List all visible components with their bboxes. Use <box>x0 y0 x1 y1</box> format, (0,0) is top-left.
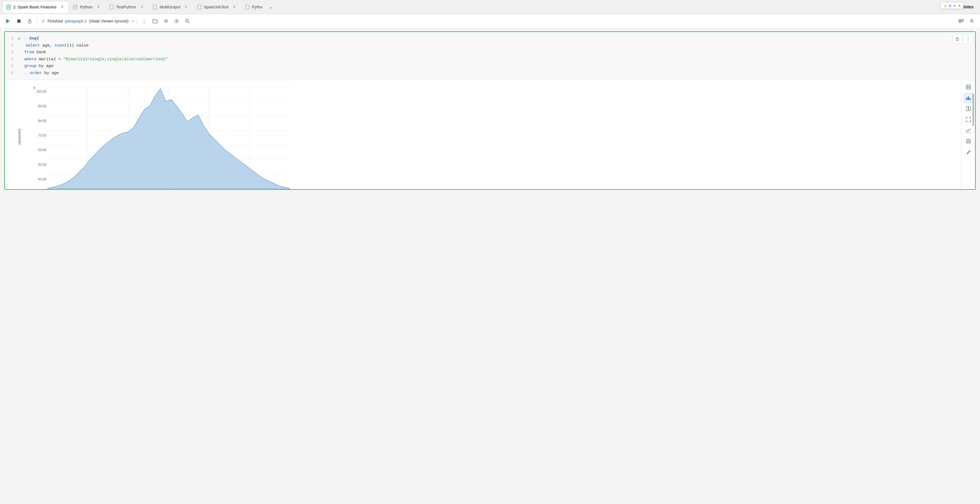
y-axis-title: value(sum) <box>18 129 21 145</box>
line-content-6: □ order by age <box>18 70 975 77</box>
svg-rect-22 <box>959 19 963 20</box>
code-line-6: 6 □ order by age <box>5 70 975 77</box>
settings-button[interactable] <box>172 16 181 26</box>
svg-line-21 <box>188 22 189 23</box>
code-line-1: 1 ↺ □ %sql <box>5 35 975 42</box>
clear-button[interactable] <box>25 16 35 26</box>
svg-point-14 <box>29 21 31 23</box>
svg-rect-44 <box>966 97 967 100</box>
run-button[interactable] <box>3 16 13 26</box>
columns-icon <box>966 106 971 111</box>
code-line-3: 3 from bank <box>5 49 975 56</box>
align-button[interactable] <box>967 16 977 26</box>
tab-python2[interactable]: Pytho <box>241 1 266 13</box>
output-scrollbar[interactable] <box>972 94 974 126</box>
tab-multioutput[interactable]: MultiOutput ✕ <box>149 1 193 13</box>
python2-icon <box>245 5 250 10</box>
svg-point-28 <box>956 38 959 41</box>
expand-icon <box>966 117 971 122</box>
clear-icon <box>27 19 32 24</box>
align-icon <box>970 19 974 23</box>
code-run-button[interactable] <box>953 34 962 44</box>
output-expand-button[interactable] <box>964 115 973 124</box>
svg-rect-10 <box>245 5 249 9</box>
output-settings-button[interactable] <box>964 147 973 157</box>
output-barchart-button[interactable] <box>964 93 973 103</box>
group-by: by <box>39 64 46 69</box>
line-content-4: where marital = "${marital=single,single… <box>18 56 975 63</box>
output-columns-button[interactable] <box>964 104 973 113</box>
directive-text: %sql <box>29 36 39 41</box>
chart-svg <box>47 86 290 189</box>
tab-testpython-label: TestPython <box>116 5 136 9</box>
line-content-2: □ select age, count(1) value <box>18 42 975 49</box>
group-field: age <box>46 64 54 69</box>
python-icon <box>73 5 78 10</box>
stop-button[interactable] <box>14 16 24 26</box>
tab-multioutput-close[interactable]: ✕ <box>184 4 189 10</box>
collapse-box-icon-2: □ <box>20 44 22 48</box>
output-toolbar <box>961 80 975 189</box>
code-more-button[interactable]: ⋮ <box>963 34 973 44</box>
status-arrow: → <box>131 19 135 23</box>
svg-rect-7 <box>110 5 113 9</box>
more-actions-button[interactable]: ⋮ <box>139 16 149 26</box>
linechart-icon <box>966 128 971 133</box>
svg-point-18 <box>176 20 177 22</box>
output-save-button[interactable] <box>964 136 973 146</box>
gear-icon <box>174 19 179 24</box>
svg-line-17 <box>30 19 31 20</box>
code-editor[interactable]: 1 ↺ □ %sql 2 □ select age, count(1) valu… <box>5 32 975 80</box>
run-icon <box>6 19 11 24</box>
line-num-4: 4 <box>5 56 18 63</box>
order-by: by <box>44 71 52 75</box>
layout-button[interactable] <box>956 16 966 26</box>
svg-point-19 <box>175 19 178 23</box>
status-finished-text: Finished <box>48 19 63 23</box>
order-field: age <box>52 71 59 75</box>
select-rest: age, count(1) value <box>42 43 89 48</box>
where-field: marital <box>39 57 56 62</box>
table-icon <box>966 85 971 89</box>
tab-overflow-button[interactable]: ⌄ <box>266 1 275 13</box>
sliders-button[interactable]: ⊟ <box>161 16 171 26</box>
tab-python-close[interactable]: ✕ <box>96 4 101 10</box>
status-paragraph-link[interactable]: paragraph 2 <box>65 19 87 23</box>
folder-button[interactable] <box>150 16 160 26</box>
svg-rect-39 <box>966 85 970 89</box>
collapse-box-icon-6: □ <box>24 72 26 75</box>
line-num-3: 3 <box>5 49 18 56</box>
sparkjobtest-icon <box>197 5 202 10</box>
tab-testpython-close[interactable]: ✕ <box>139 4 145 10</box>
tab-multioutput-label: MultiOutput <box>160 5 180 9</box>
svg-rect-9 <box>197 5 201 9</box>
tab-spark[interactable]: 2. Spark Basic Features ✕ <box>2 1 69 13</box>
svg-line-31 <box>958 38 958 38</box>
svg-rect-51 <box>967 141 970 143</box>
group-kw: group <box>24 64 37 69</box>
toolbar-status: ✓ Finished paragraph 2 (State Viewer syn… <box>41 18 135 24</box>
line-num-5: 5 <box>5 63 18 70</box>
y-label-3: 84.00 <box>38 119 46 123</box>
folder-icon <box>153 19 158 23</box>
svg-rect-23 <box>959 21 963 22</box>
search-button[interactable] <box>183 16 192 26</box>
tab-python[interactable]: Python ✕ <box>69 1 105 13</box>
output-table-button[interactable] <box>964 82 973 92</box>
tab-sparkjobtest-close[interactable]: ✕ <box>232 4 237 10</box>
tab-testpython[interactable]: TestPython ✕ <box>105 1 149 13</box>
svg-rect-12 <box>6 19 7 23</box>
where-kw: where <box>24 57 37 62</box>
line-num-2: 2 <box>5 42 18 49</box>
svg-rect-24 <box>959 22 961 23</box>
code-section: 1 ↺ □ %sql 2 □ select age, count(1) valu… <box>5 32 975 80</box>
tab-spark-close[interactable]: ✕ <box>60 4 65 10</box>
order-kw: order <box>30 71 42 75</box>
from-kw: from <box>24 50 34 54</box>
output-linechart-button[interactable] <box>964 126 973 135</box>
status-detail-text: (State Viewer synced) <box>89 19 129 23</box>
svg-rect-47 <box>966 107 968 111</box>
tab-sparkjobtest[interactable]: SparkJobTest ✕ <box>193 1 241 13</box>
line-content-5: group by age <box>18 63 975 70</box>
svg-rect-45 <box>968 97 969 100</box>
